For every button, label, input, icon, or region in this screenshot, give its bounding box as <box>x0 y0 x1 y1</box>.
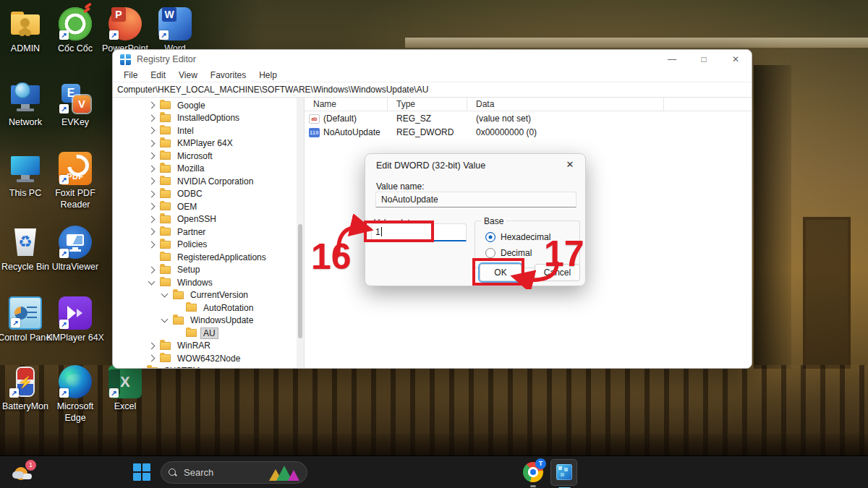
wallpaper-window-frame <box>803 217 851 369</box>
dialog-close-icon[interactable]: ✕ <box>563 159 576 170</box>
menu-view[interactable]: View <box>172 70 204 80</box>
tree-item-installedoptions[interactable]: InstalledOptions <box>113 112 297 125</box>
tree-item-nvidia-corporation[interactable]: NVIDIA Corporation <box>113 175 297 188</box>
desktop-icon-evkey[interactable]: EV↗EVKey <box>46 81 105 129</box>
radio-hexadecimal[interactable]: Hexadecimal <box>485 232 550 242</box>
chevron-right-icon[interactable] <box>148 127 156 134</box>
chevron-right-icon[interactable] <box>148 228 156 236</box>
minimize-button[interactable]: — <box>656 50 688 69</box>
value-row--default-[interactable]: ab(Default)REG_SZ(value not set) <box>305 112 752 125</box>
menu-help[interactable]: Help <box>252 70 284 80</box>
chevron-right-icon[interactable] <box>148 355 156 362</box>
play-glyph-2 <box>77 309 82 317</box>
desktop-icon-foxit-pdf-reader[interactable]: PDF↗Foxit PDF Reader <box>46 152 105 210</box>
desktop-icon-ultraviewer[interactable]: ↗UltraViewer <box>46 226 105 273</box>
ppt-icon: P↗ <box>109 7 142 40</box>
tree-item-winrar[interactable]: WinRAR <box>113 340 297 353</box>
tree-item-microsoft[interactable]: Microsoft <box>113 150 297 163</box>
notification-badge: 1 <box>25 460 36 471</box>
tree-item-odbc[interactable]: ODBC <box>113 188 297 201</box>
chevron-right-icon[interactable] <box>148 165 156 172</box>
address-bar[interactable]: Computer\HKEY_LOCAL_MACHINE\SOFTWARE\Win… <box>113 82 752 98</box>
tree-item-policies[interactable]: Policies <box>113 239 297 252</box>
chrome-running-indicator <box>530 485 536 487</box>
chevron-right-icon[interactable] <box>135 367 142 368</box>
column-header-name[interactable]: Name <box>305 98 388 111</box>
tree-item-mozilla[interactable]: Mozilla <box>113 163 297 176</box>
edge-icon: ↗ <box>59 365 92 398</box>
tree-item-windowsupdate[interactable]: WindowsUpdate <box>113 314 297 328</box>
tree-item-windows[interactable]: Windows <box>113 276 297 289</box>
desktop-icon-kmplayer-64x[interactable]: ↗KMPlayer 64X <box>46 296 105 344</box>
annotation-arrow-17 <box>506 259 566 289</box>
tree-item-oem[interactable]: OEM <box>113 200 297 213</box>
folder-icon <box>147 367 158 368</box>
tree-item-label: WinRAR <box>175 341 213 351</box>
value-name-cell: 110NoAutoUpdate <box>305 127 388 137</box>
value-name-cell: ab(Default) <box>305 114 388 124</box>
chevron-right-icon[interactable] <box>148 140 156 147</box>
wallpaper-ground <box>0 434 868 457</box>
network-icon <box>9 81 42 114</box>
tree-scrollbar[interactable] <box>297 98 304 368</box>
registry-tree: GoogleInstalledOptionsIntelKMPlayer 64XM… <box>113 99 297 368</box>
maximize-button[interactable]: □ <box>688 50 720 69</box>
regedit-taskbar-icon[interactable] <box>550 459 577 486</box>
menu-favorites[interactable]: Favorites <box>204 70 252 80</box>
menu-edit[interactable]: Edit <box>144 70 172 80</box>
tree-item-partner[interactable]: Partner <box>113 226 297 239</box>
desktop-icon-word[interactable]: W↗Word <box>145 7 205 55</box>
column-header-type[interactable]: Type <box>388 98 467 111</box>
folder-icon <box>160 114 171 122</box>
wallpaper-shadow <box>754 65 791 369</box>
chevron-right-icon[interactable] <box>148 102 156 109</box>
tree-item-au[interactable]: AU <box>113 327 297 340</box>
wallpaper-roofline <box>405 38 868 48</box>
chevron-down-icon[interactable] <box>148 278 156 285</box>
chevron-right-icon[interactable] <box>148 178 156 185</box>
tree-item-wow6432node[interactable]: WOW6432Node <box>113 352 297 365</box>
radio-decimal[interactable]: Decimal <box>485 248 532 258</box>
chevron-down-icon[interactable] <box>161 291 169 298</box>
value-name: NoAutoUpdate <box>323 127 380 137</box>
weather-widget-icon[interactable]: 1 <box>12 460 36 484</box>
tree-item-openssh[interactable]: OpenSSH <box>113 213 297 226</box>
tree-scrollbar-thumb[interactable] <box>298 224 302 338</box>
chevron-right-icon[interactable] <box>148 190 156 197</box>
tree-item-setup[interactable]: Setup <box>113 264 297 277</box>
tree-item-autorotation[interactable]: AutoRotation <box>113 301 297 314</box>
shortcut-arrow-icon: ↗ <box>59 320 69 329</box>
column-header-data[interactable]: Data <box>467 98 664 111</box>
folder-icon <box>160 165 171 173</box>
desktop-icon-label: KMPlayer 64X <box>46 333 105 344</box>
chevron-right-icon[interactable] <box>148 266 156 273</box>
chevron-right-icon[interactable] <box>148 203 156 210</box>
value-name-label: Value name: <box>376 181 425 192</box>
tree-item-system[interactable]: SYSTEM <box>113 365 297 369</box>
play-glyph <box>67 306 76 320</box>
tree-item-currentversion[interactable]: CurrentVersion <box>113 289 297 302</box>
chevron-right-icon[interactable] <box>148 241 156 248</box>
chevron-right-icon[interactable] <box>148 153 156 160</box>
chevron-down-icon[interactable] <box>161 316 169 323</box>
window-title: Registry Editor <box>137 54 196 64</box>
menu-file[interactable]: File <box>117 70 144 80</box>
tree-item-google[interactable]: Google <box>113 99 297 112</box>
close-button[interactable]: ✕ <box>720 50 752 69</box>
start-button[interactable] <box>133 463 151 481</box>
registry-path: Computer\HKEY_LOCAL_MACHINE\SOFTWARE\Win… <box>117 85 428 95</box>
search-box[interactable]: Search <box>161 461 307 484</box>
tree-item-registeredapplications[interactable]: RegisteredApplications <box>113 251 297 264</box>
chevron-right-icon[interactable] <box>148 114 156 121</box>
ultra-icon: ↗ <box>59 226 92 259</box>
tree-item-intel[interactable]: Intel <box>113 124 297 137</box>
value-row-noautoupdate[interactable]: 110NoAutoUpdateREG_DWORD0x00000000 (0) <box>305 126 752 139</box>
window-titlebar[interactable]: Registry Editor — □ ✕ <box>113 50 752 69</box>
desktop-icon-excel[interactable]: X↗Excel <box>95 365 155 413</box>
chevron-right-icon[interactable] <box>148 342 156 349</box>
tree-item-kmplayer-64x[interactable]: KMPlayer 64X <box>113 137 297 150</box>
chevron-right-icon[interactable] <box>148 215 156 223</box>
chrome-taskbar-icon[interactable]: T <box>523 462 543 482</box>
radio-selected-icon <box>485 232 495 242</box>
dialog-title: Edit DWORD (32-bit) Value <box>376 160 485 171</box>
